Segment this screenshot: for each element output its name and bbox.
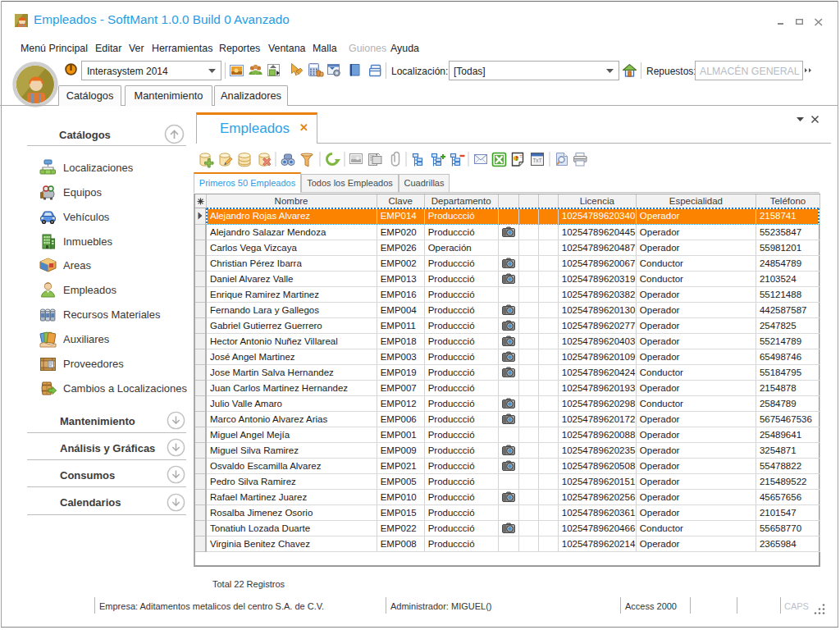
svg-text:TxT: TxT [532, 158, 541, 163]
